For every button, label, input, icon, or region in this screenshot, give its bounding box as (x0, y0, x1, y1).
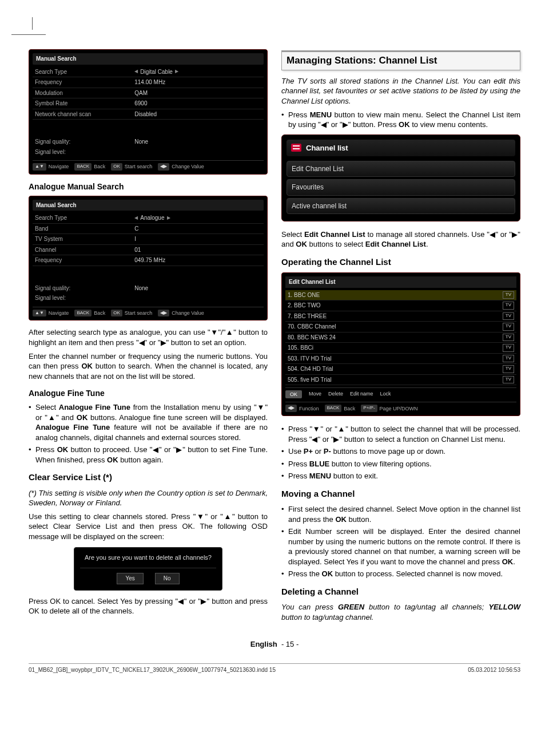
channel-row: 105. BBCiTV (285, 343, 516, 354)
channel-row: 504. Ch4 HD TrialTV (285, 364, 516, 375)
tv2-sigl-label: Signal level: (35, 294, 134, 302)
tv1-title: Manual Search (33, 53, 264, 65)
channel-row: 2. BBC TWOTV (285, 300, 516, 311)
document-footer: 01_MB62_[GB]_woypbpr_IDTV_TC_NICKEL17_39… (29, 663, 520, 674)
op-bullet-1: Press "▼" or "▲" button to select the ch… (281, 424, 520, 444)
channel-list-menu-title: Channel list (306, 143, 348, 153)
analogue-manual-search-heading: Analogue Manual Search (29, 181, 268, 192)
tv-foot-item: ◀▶Change Value (158, 163, 204, 171)
move-bullet-2: Edit Number screen will be displayed. En… (281, 527, 520, 567)
channel-list-menu-screenshot: Channel list Edit Channel ListFavourites… (281, 134, 520, 221)
tv-foot-item: OKStart search (111, 310, 152, 317)
right-column: Managing Stations: Channel List The TV s… (281, 46, 520, 626)
op-bullet-3: Press BLUE button to view filtering opti… (281, 459, 520, 469)
tv-row: Frequency114.00 MHz (33, 77, 264, 88)
dialog-text: Are you sure you want to delete all chan… (80, 553, 216, 562)
move-bullet-3: Press the OK button to process. Selected… (281, 569, 520, 579)
tv-foot-item: ◀▶Function (285, 405, 319, 412)
channel-action: Lock (380, 390, 391, 398)
tv-row: Search Type◀Analogue▶ (33, 213, 264, 224)
channel-list-menu-item: Favourites (287, 179, 515, 195)
clear-service-list-end: Press OK to cancel. Select Yes by pressi… (29, 596, 268, 616)
page-footer-center: English - 15 - (29, 639, 520, 650)
tv2-title: Manual Search (33, 200, 264, 211)
op-bullet-2: Use P+ or P- buttons to move page up or … (281, 446, 520, 457)
tv1-sigq-label: Signal quality: (35, 138, 134, 146)
moving-channel-heading: Moving a Channel (281, 488, 520, 500)
tv-row: Channel01 (33, 245, 264, 256)
tv-screenshot-digital-manual-search: Manual Search Search Type◀Digital Cable▶… (29, 49, 268, 175)
tv-foot-item: OKStart search (111, 163, 152, 171)
footer-lang: English (250, 640, 277, 648)
tv-foot-item: ▲▼Navigate (33, 310, 69, 317)
select-edit-channel-list-para: Select Edit Channel List to manage all s… (281, 229, 520, 250)
analogue-search-instructions-1: After selecting search type as analogue,… (29, 327, 268, 347)
channel-action: Move (309, 390, 321, 398)
footer-page: - 15 - (281, 640, 299, 648)
footer-filename: 01_MB62_[GB]_woypbpr_IDTV_TC_NICKEL17_39… (29, 666, 276, 674)
channel-action: Delete (328, 390, 343, 398)
channel-list-menu-item: Active channel list (287, 198, 515, 214)
tv-row: BandC (33, 224, 264, 235)
analogue-fine-tune-heading: Analogue Fine Tune (29, 388, 268, 399)
tv-foot-item: ▲▼Navigate (33, 163, 69, 171)
edit-channel-list-screenshot: Edit Channel List 1. BBC ONETV2. BBC TWO… (281, 272, 520, 416)
deleting-channel-heading: Deleting a Channel (281, 586, 520, 597)
crop-mark-h (11, 34, 46, 35)
tv-foot-item: BACKBack (325, 405, 356, 412)
delete-all-dialog: Are you sure you want to delete all chan… (74, 547, 222, 590)
managing-stations-heading: Managing Stations: Channel List (281, 50, 520, 70)
deleting-channel-para: You can press GREEN button to tag/untag … (281, 602, 520, 622)
aft-bullet-1: Select Analogue Fine Tune from the Insta… (29, 402, 268, 442)
crop-marks (29, 17, 520, 40)
tv-foot-item: BACKBack (74, 310, 105, 317)
tv-row: Frequency049.75 MHz (33, 255, 264, 266)
tv2-sigq-val: None (134, 284, 261, 292)
tv-row: ModulationQAM (33, 88, 264, 99)
clear-service-list-note: (*) This setting is visible only when th… (29, 488, 268, 508)
clear-service-list-heading: Clear Service List (*) (29, 472, 268, 483)
dialog-yes-button: Yes (117, 573, 143, 584)
tv-row: Network channel scanDisabled (33, 109, 264, 120)
tv1-sigl-label: Signal level: (35, 148, 134, 156)
press-menu-bullet: Press MENU button to view main menu. Sel… (281, 110, 520, 130)
channel-list-menu-head: Channel list (287, 140, 515, 157)
channel-row: 70. CBBC ChannelTV (285, 322, 516, 333)
tv-row: Symbol Rate6900 (33, 98, 264, 109)
tv2-sigq-label: Signal quality: (35, 284, 134, 292)
edit-channel-list-head: Edit Channel List (285, 276, 516, 288)
tv-foot-item: ◀▶Change Value (158, 310, 204, 317)
channel-action: Edit name (350, 390, 373, 398)
footer-timestamp: 05.03.2012 10:56:53 (468, 666, 520, 674)
channel-list-intro: The TV sorts all stored stations in the … (281, 76, 520, 106)
move-bullet-1: First select the desired channel. Select… (281, 504, 520, 524)
dialog-no-button: No (155, 573, 180, 584)
crop-mark-v (32, 17, 33, 30)
channel-row: 80. BBC NEWS 24TV (285, 333, 516, 343)
clear-service-list-para: Use this setting to clear channels store… (29, 512, 268, 542)
aft-bullet-2: Press OK button to proceed. Use "◀" or "… (29, 445, 268, 465)
tv-foot-item: BACKBack (74, 163, 105, 171)
channel-row: 505. five HD TrialTV (285, 375, 516, 386)
tv-row: TV SystemI (33, 234, 264, 245)
channel-list-menu-item: Edit Channel List (287, 161, 515, 177)
channel-row: 503. ITV HD TrialTV (285, 354, 516, 365)
tv-screenshot-analogue-manual-search: Manual Search Search Type◀Analogue▶BandC… (29, 196, 268, 321)
menu-list-icon (291, 144, 301, 152)
two-column-layout: Manual Search Search Type◀Digital Cable▶… (29, 46, 520, 626)
operating-channel-list-heading: Operating the Channel List (281, 256, 520, 268)
channel-row: 7. BBC THREETV (285, 311, 516, 322)
channel-action: OK (285, 390, 302, 398)
channel-row: 1. BBC ONETV (285, 290, 516, 301)
tv1-sigq-val: None (134, 138, 261, 146)
analogue-search-instructions-2: Enter the channel number or frequency us… (29, 351, 268, 382)
tv-foot-item: P+/P-Page UP/DOWN (361, 405, 417, 412)
left-column: Manual Search Search Type◀Digital Cable▶… (29, 46, 268, 626)
op-bullet-4: Press MENU button to exit. (281, 471, 520, 481)
tv-row: Search Type◀Digital Cable▶ (33, 67, 264, 78)
